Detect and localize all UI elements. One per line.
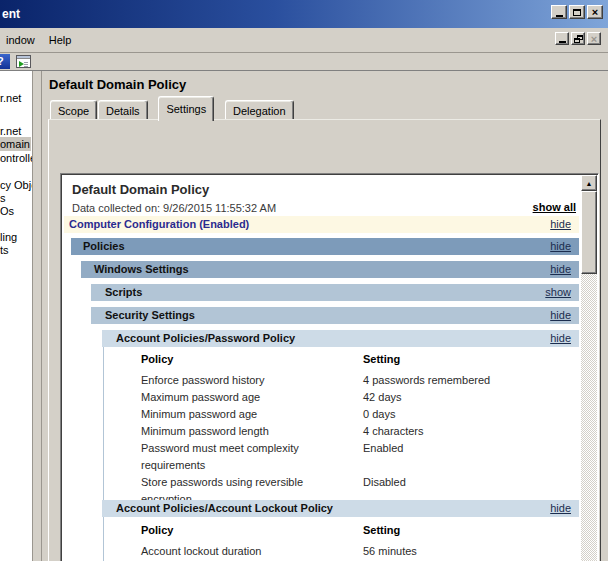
- setting-cell: Setting: [363, 522, 581, 539]
- list-lines-icon: [24, 62, 28, 67]
- policy-cell: Account lockout duration: [141, 543, 363, 560]
- section-band: Policieshide: [71, 238, 579, 255]
- section-label: Scripts: [105, 286, 142, 298]
- section-toggle-link[interactable]: show: [545, 286, 571, 298]
- table-row: Maximum password age42 days: [141, 389, 581, 406]
- tree-item[interactable]: r.net: [0, 91, 21, 105]
- section-guide-line: [103, 330, 104, 561]
- section-label: Account Policies/Account Lockout Policy: [116, 502, 333, 514]
- setting-cell: 42 days: [363, 389, 581, 406]
- section-toggle-link[interactable]: hide: [550, 502, 571, 514]
- details-pane: Default Domain Policy ScopeDetailsSettin…: [41, 71, 608, 561]
- settings-report[interactable]: Default Domain Policy Data collected on:…: [60, 173, 599, 561]
- toolbar: ?: [0, 53, 608, 70]
- table-row: Minimum password length4 characters: [141, 423, 581, 440]
- report-collected-on: Data collected on: 9/26/2015 11:55:32 AM: [72, 202, 276, 214]
- tree-item[interactable]: Os: [0, 204, 14, 218]
- scroll-thumb[interactable]: [581, 191, 597, 274]
- tree-item[interactable]: ling: [0, 230, 17, 244]
- restore-icon: [574, 35, 583, 43]
- policy-cell: Maximum password age: [141, 389, 363, 406]
- close-icon: ×: [591, 34, 597, 44]
- scroll-up-button[interactable]: ▲: [581, 175, 597, 191]
- section-toggle-link[interactable]: hide: [550, 218, 571, 230]
- policy-cell: Minimum password age: [141, 406, 363, 423]
- menu-item-indow[interactable]: indow: [0, 31, 43, 49]
- console-tree-pane[interactable]: r.netr.netomain Poontrollerscy ObjecsOsl…: [0, 71, 33, 561]
- policy-cell: Policy: [141, 522, 363, 539]
- window-title: ent: [0, 7, 20, 21]
- setting-cell: 4 characters: [363, 423, 581, 440]
- close-button[interactable]: ×: [587, 5, 603, 19]
- section-band: Scriptsshow: [91, 284, 579, 301]
- section-band: Computer Configuration (Enabled)hide: [64, 216, 579, 233]
- section-label: Account Policies/Password Policy: [116, 332, 295, 344]
- table-row: Enforce password history4 passwords reme…: [141, 372, 581, 389]
- policy-table: PolicySettingEnforce password history4 p…: [141, 351, 581, 508]
- tree-item[interactable]: ontrollers: [0, 151, 33, 165]
- setting-cell: Setting: [363, 351, 581, 368]
- table-header-row: PolicySetting: [141, 522, 581, 539]
- section-band: Windows Settingshide: [81, 261, 579, 278]
- tree-item[interactable]: omain Po: [0, 137, 31, 151]
- setting-cell: 56 minutes: [363, 543, 581, 560]
- section-toggle-link[interactable]: hide: [550, 263, 571, 275]
- section-label: Policies: [83, 240, 125, 252]
- menu-item-help[interactable]: Help: [43, 31, 80, 49]
- report-title: Default Domain Policy: [72, 182, 209, 197]
- close-icon: ×: [592, 7, 598, 17]
- section-band: Account Policies/Account Lockout Policyh…: [102, 500, 579, 517]
- setting-cell: Enabled: [363, 440, 581, 474]
- tree-item[interactable]: ts: [0, 243, 9, 257]
- tab-details[interactable]: Details: [98, 100, 148, 120]
- setting-cell: 0 days: [363, 406, 581, 423]
- child-minimize-button[interactable]: [555, 32, 569, 45]
- child-restore-button[interactable]: [571, 32, 585, 45]
- window-titlebar[interactable]: ent ×: [0, 0, 608, 28]
- maximize-icon: [573, 9, 581, 16]
- menu-bar: indowHelp ×: [0, 28, 608, 53]
- section-label: Computer Configuration (Enabled): [69, 218, 249, 230]
- section-toggle-link[interactable]: hide: [550, 332, 571, 344]
- section-toggle-link[interactable]: hide: [550, 240, 571, 252]
- tree-item[interactable]: r.net: [0, 124, 21, 138]
- table-row: Minimum password age0 days: [141, 406, 581, 423]
- tree-item[interactable]: cy Objec: [0, 178, 33, 192]
- section-band: Account Policies/Password Policyhide: [102, 330, 579, 347]
- setting-cell: 4 passwords remembered: [363, 372, 581, 389]
- maximize-button[interactable]: [569, 5, 585, 19]
- page-title: Default Domain Policy: [49, 77, 186, 92]
- scroll-up-icon: ▲: [586, 180, 593, 187]
- pane-splitter[interactable]: [34, 71, 41, 561]
- vertical-scrollbar[interactable]: ▲ ▼: [581, 175, 597, 561]
- policy-cell: Policy: [141, 351, 363, 368]
- table-row: Password must meet complexity requiremen…: [141, 440, 581, 474]
- section-label: Security Settings: [105, 309, 195, 321]
- table-row: Account lockout duration56 minutes: [141, 543, 581, 560]
- show-all-link[interactable]: show all: [533, 201, 576, 213]
- section-band: Security Settingshide: [91, 307, 579, 324]
- minimize-icon: [556, 15, 563, 17]
- section-toggle-link[interactable]: hide: [550, 309, 571, 321]
- policy-cell: Minimum password length: [141, 423, 363, 440]
- tab-scope[interactable]: Scope: [50, 100, 97, 120]
- section-label: Windows Settings: [94, 263, 189, 275]
- console-tree-toggle-icon[interactable]: [16, 55, 31, 68]
- policy-cell: Password must meet complexity requiremen…: [141, 440, 363, 474]
- tree-item[interactable]: s: [0, 191, 6, 205]
- help-icon[interactable]: ?: [0, 54, 10, 69]
- tab-page: Default Domain Policy Data collected on:…: [48, 119, 601, 561]
- child-close-button: ×: [587, 32, 601, 45]
- tab-delegation[interactable]: Delegation: [225, 100, 294, 120]
- minimize-icon: [559, 41, 566, 43]
- table-header-row: PolicySetting: [141, 351, 581, 368]
- tab-settings[interactable]: Settings: [158, 96, 214, 121]
- policy-cell: Enforce password history: [141, 372, 363, 389]
- window-titlebar-stripe: [17, 56, 30, 59]
- policy-table: PolicySettingAccount lockout duration56 …: [141, 522, 581, 561]
- minimize-button[interactable]: [551, 5, 567, 19]
